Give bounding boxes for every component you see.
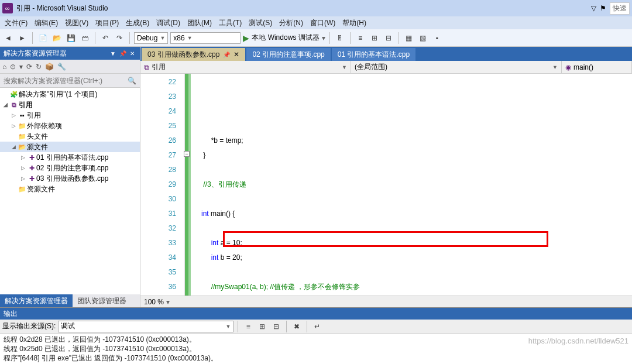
out-icon-2[interactable]: ⊞ (256, 321, 268, 332)
tab-solution-explorer[interactable]: 解决方案资源管理器 (0, 294, 73, 307)
undo-icon[interactable]: ↶ (99, 32, 111, 44)
quick-launch[interactable]: 快速 (610, 2, 630, 15)
output-source-label: 显示输出来源(S): (2, 321, 56, 331)
menu-item[interactable]: 帮助(H) (339, 17, 370, 29)
search-input[interactable] (0, 77, 124, 85)
file-tab[interactable]: 02 引用的注意事项.cpp (246, 48, 330, 61)
menubar: 文件(F)编辑(E)视图(V)项目(P)生成(B)调试(D)团队(M)工具(T)… (0, 16, 632, 29)
wrap-icon[interactable]: ↵ (311, 321, 323, 332)
nav-func[interactable]: main() (573, 63, 593, 71)
home-icon[interactable]: ⌂ (2, 63, 6, 71)
save-icon[interactable]: 💾 (65, 32, 77, 44)
output-body[interactable]: 线程 0x2d28 已退出，返回值为 -1073741510 (0xc00001… (0, 334, 632, 364)
solution-toolbar: ⌂ ⊙ ▾ ⟳ ↻ 📦 🔧 (0, 60, 140, 74)
line-gutter: 22232425262728293031323334353637 (140, 74, 185, 296)
nav-fwd-icon[interactable]: ► (16, 32, 28, 44)
fold-icon[interactable]: − (184, 151, 190, 157)
out-icon-1[interactable]: ≡ (242, 321, 254, 332)
pin-icon[interactable]: 📌 (118, 50, 128, 57)
show-all-icon[interactable]: 📦 (45, 63, 54, 71)
search-icon[interactable]: 🔍 (124, 77, 140, 85)
collapse-icon[interactable]: ⊙ (10, 63, 16, 71)
zoom-level[interactable]: 100 % (144, 298, 164, 306)
menu-item[interactable]: 编辑(E) (31, 17, 61, 29)
config-combo[interactable]: Debug▼ (134, 32, 168, 44)
nav-project[interactable]: 引用 (152, 62, 166, 72)
redo-icon[interactable]: ↷ (114, 32, 125, 44)
tb-icon-6[interactable]: ▧ (417, 32, 429, 44)
flag-icon[interactable]: ⚑ (600, 4, 606, 12)
solution-explorer-header: 解决方案资源管理器 ▼ 📌 ✕ (0, 47, 140, 60)
nav-back-icon[interactable]: ◄ (2, 32, 14, 44)
tb-icon-2[interactable]: ≡ (355, 32, 366, 44)
close-icon[interactable]: ✕ (128, 50, 136, 57)
platform-combo[interactable]: x86▼ (170, 32, 241, 44)
props-icon[interactable]: 🔧 (57, 63, 66, 71)
menu-item[interactable]: 测试(S) (245, 17, 276, 29)
output-source-combo[interactable]: 调试▼ (58, 321, 233, 332)
file-tab[interactable]: 03 引用做函数参数.cpp📌✕ (142, 48, 245, 61)
menu-item[interactable]: 生成(B) (122, 17, 153, 29)
nav-scope[interactable]: (全局范围) (355, 62, 387, 72)
dropdown-icon[interactable]: ▼ (108, 50, 118, 57)
output-header: 输出 (0, 308, 632, 320)
menu-item[interactable]: 分析(N) (276, 17, 307, 29)
notify-icon[interactable]: ▽ (591, 4, 596, 12)
menu-item[interactable]: 文件(F) (1, 17, 31, 29)
out-icon-3[interactable]: ⊟ (270, 321, 282, 332)
menu-item[interactable]: 工具(T) (215, 17, 245, 29)
file-tab[interactable]: 01 引用的基本语法.cpp (332, 48, 415, 61)
vs-logo-icon (2, 3, 13, 13)
menu-item[interactable]: 视图(V) (61, 17, 92, 29)
window-title: 引用 - Microsoft Visual Studio (16, 4, 108, 13)
code-editor[interactable]: − *b = temp; } //3、引用传递 int main() { int… (185, 74, 632, 296)
save-all-icon[interactable]: 🗃 (79, 32, 91, 44)
main-toolbar: ◄ ► 📄 📂 💾 🗃 ↶ ↷ Debug▼ x86▼ ▶ 本地 Windows… (0, 29, 632, 47)
refresh-icon[interactable]: ↻ (36, 63, 42, 71)
tb-icon-4[interactable]: ⊟ (383, 32, 394, 44)
open-icon[interactable]: 📂 (51, 32, 63, 44)
run-button[interactable]: ▶ 本地 Windows 调试器 ▾ (243, 33, 325, 43)
tb-icon-7[interactable]: ▪ (431, 32, 443, 44)
tb-icon-3[interactable]: ⊞ (369, 32, 380, 44)
menu-item[interactable]: 窗口(W) (307, 17, 339, 29)
tab-team-explorer[interactable]: 团队资源管理器 (73, 294, 131, 307)
tb-icon-5[interactable]: ▦ (403, 32, 415, 44)
menu-item[interactable]: 项目(P) (92, 17, 122, 29)
menu-item[interactable]: 团队(M) (184, 17, 215, 29)
solution-tree[interactable]: 🧩解决方案"引用"(1 个项目) ◢⧉引用 ▷▪▪引用 ▷📁外部依赖项 📁头文件… (0, 88, 140, 294)
sync-icon[interactable]: ⟳ (26, 63, 32, 71)
clear-icon[interactable]: ✖ (291, 321, 303, 332)
file-tab-bar: 03 引用做函数参数.cpp📌✕02 引用的注意事项.cpp01 引用的基本语法… (140, 47, 632, 61)
menu-item[interactable]: 调试(D) (153, 17, 184, 29)
tb-icon-1[interactable]: 🎚 (334, 32, 346, 44)
new-project-icon[interactable]: 📄 (37, 32, 49, 44)
